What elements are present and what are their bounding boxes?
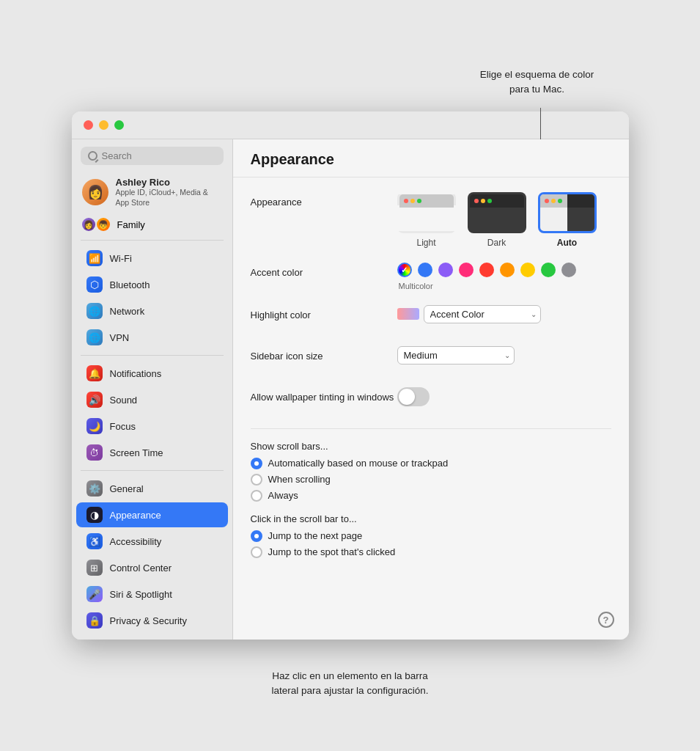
highlight-color-select[interactable]: Accent Color Blue Purple Pink Red Orange… <box>424 305 541 323</box>
sidebar-label-accessibility: Accessibility <box>110 536 162 547</box>
click-scroll-bar-radio-group: Jump to the next page Jump to the spot t… <box>251 530 611 558</box>
sidebar-item-notifications[interactable]: 🔔 Notifications <box>76 361 228 386</box>
search-input[interactable] <box>102 150 216 161</box>
scroll-bars-scrolling-label: When scrolling <box>268 474 331 485</box>
sidebar-item-screentime[interactable]: ⏱ Screen Time <box>76 440 228 465</box>
user-info: Ashley Rico Apple ID, iCloud+, Media & A… <box>116 177 222 208</box>
click-scroll-next-item[interactable]: Jump to the next page <box>251 530 611 542</box>
family-label: Family <box>117 219 145 230</box>
accent-dot-purple[interactable] <box>438 263 453 277</box>
click-scroll-bar-section: Click in the scroll bar to... Jump to th… <box>251 513 611 558</box>
tooltip-top: Elige el esquema de color para tu Mac. <box>453 67 622 98</box>
sidebar-item-sound[interactable]: 🔊 Sound <box>76 387 228 412</box>
wallpaper-tinting-control <box>397 387 611 406</box>
scroll-bars-scrolling-radio[interactable] <box>251 474 262 486</box>
accent-dot-multicolor[interactable] <box>397 263 412 277</box>
sidebar-item-bluetooth[interactable]: ⬡ Bluetooth <box>76 272 228 297</box>
click-scroll-bar-heading: Click in the scroll bar to... <box>251 513 611 524</box>
search-icon <box>88 151 97 161</box>
sidebar-item-focus[interactable]: 🌙 Focus <box>76 414 228 439</box>
tooltip-bottom: Haz clic en un elemento en la barra late… <box>196 669 504 699</box>
user-profile[interactable]: 👩 Ashley Rico Apple ID, iCloud+, Media &… <box>72 171 232 213</box>
highlight-color-control: Accent Color Blue Purple Pink Red Orange… <box>397 305 611 323</box>
accent-dot-orange[interactable] <box>500 263 515 277</box>
accent-dot-green[interactable] <box>541 263 556 277</box>
bluetooth-icon: ⬡ <box>86 276 103 293</box>
accessibility-icon: ♿ <box>86 533 103 549</box>
appearance-thumb-light <box>397 192 456 233</box>
accent-dot-pink[interactable] <box>459 263 474 277</box>
accent-dot-graphite[interactable] <box>561 263 576 277</box>
click-scroll-spot-radio[interactable] <box>251 546 262 558</box>
sidebar-label-general: General <box>110 483 144 494</box>
scroll-bars-auto-item[interactable]: Automatically based on mouse or trackpad <box>251 458 611 469</box>
accent-dot-yellow[interactable] <box>520 263 535 277</box>
scroll-bars-always-label: Always <box>268 490 298 501</box>
thumb-dark-bar <box>470 194 524 208</box>
sidebar-item-family[interactable]: 👩 👦 Family <box>72 213 232 235</box>
help-button[interactable]: ? <box>598 612 614 628</box>
sidebar-label-sound: Sound <box>110 395 138 406</box>
window-content: 👩 Ashley Rico Apple ID, iCloud+, Media &… <box>72 139 629 640</box>
close-button[interactable] <box>84 120 93 130</box>
minimize-button[interactable] <box>99 120 108 130</box>
scroll-bars-always-radio[interactable] <box>251 490 262 502</box>
appearance-thumb-dark <box>468 192 526 233</box>
section-divider-1 <box>251 428 611 429</box>
show-scroll-bars-radio-group: Automatically based on mouse or trackpad… <box>251 458 611 502</box>
scroll-bars-always-item[interactable]: Always <box>251 490 611 502</box>
click-scroll-next-label: Jump to the next page <box>268 530 363 541</box>
sidebar-item-network[interactable]: 🌐 Network <box>76 298 228 323</box>
sidebar-icon-size-select[interactable]: Small Medium Large <box>397 346 515 364</box>
sidebar-icon-size-control: Small Medium Large ⌄ <box>397 346 611 364</box>
sidebar-item-siri[interactable]: 🎤 Siri & Spotlight <box>76 582 228 607</box>
sidebar-label-vpn: VPN <box>110 332 130 343</box>
scroll-bars-auto-radio[interactable] <box>251 458 262 469</box>
appearance-option-dark[interactable]: Dark <box>468 192 526 248</box>
panel-content: Appearance <box>233 177 629 640</box>
titlebar <box>72 111 629 139</box>
thumb-auto-dot-green <box>558 199 562 203</box>
sidebar-item-vpn[interactable]: 🌐 VPN <box>76 325 228 350</box>
siri-icon: 🎤 <box>86 586 103 602</box>
accent-dot-red[interactable] <box>479 263 494 277</box>
sidebar-label-controlcenter: Control Center <box>110 563 172 574</box>
main-panel-inner: Appearance Appearance <box>233 139 629 640</box>
controlcenter-icon: ⊞ <box>86 560 103 576</box>
sidebar-item-privacy[interactable]: 🔒 Privacy & Security <box>76 608 228 633</box>
sidebar-item-appearance[interactable]: ◑ Appearance <box>76 502 228 527</box>
sound-icon: 🔊 <box>86 392 103 408</box>
sidebar: 👩 Ashley Rico Apple ID, iCloud+, Media &… <box>72 139 233 640</box>
sidebar-label-privacy: Privacy & Security <box>110 615 187 626</box>
click-scroll-next-radio[interactable] <box>251 530 262 542</box>
sidebar-divider-2 <box>81 355 224 356</box>
sidebar-label-bluetooth: Bluetooth <box>110 279 150 290</box>
sidebar-item-accessibility[interactable]: ♿ Accessibility <box>76 529 228 554</box>
wallpaper-tinting-row: Allow wallpaper tinting in windows <box>251 387 611 414</box>
scroll-bars-scrolling-item[interactable]: When scrolling <box>251 474 611 486</box>
notifications-icon: 🔔 <box>86 365 103 381</box>
click-scroll-spot-item[interactable]: Jump to the spot that's clicked <box>251 546 611 558</box>
sidebar-item-controlcenter[interactable]: ⊞ Control Center <box>76 555 228 580</box>
accent-dot-blue[interactable] <box>418 263 432 277</box>
sidebar-label-siri: Siri & Spotlight <box>110 589 172 600</box>
wallpaper-tinting-toggle[interactable] <box>397 387 430 406</box>
maximize-button[interactable] <box>114 120 124 130</box>
highlight-color-dropdown-wrapper: Accent Color Blue Purple Pink Red Orange… <box>397 305 541 323</box>
highlight-color-label: Highlight color <box>251 305 397 320</box>
appearance-icon: ◑ <box>86 507 103 523</box>
sidebar-item-wifi[interactable]: 📶 Wi-Fi <box>76 246 228 271</box>
sidebar-item-general[interactable]: ⚙️ General <box>76 476 228 501</box>
appearance-option-light[interactable]: Light <box>397 192 456 248</box>
search-box[interactable] <box>81 147 224 165</box>
sidebar-icon-size-dropdown-wrapper: Small Medium Large ⌄ <box>397 346 515 364</box>
sidebar-divider-3 <box>81 470 224 471</box>
main-panel: Appearance Appearance <box>233 139 629 640</box>
sidebar-label-wifi: Wi-Fi <box>110 253 132 264</box>
user-subtitle: Apple ID, iCloud+, Media & App Store <box>116 188 222 208</box>
click-scroll-spot-label: Jump to the spot that's clicked <box>268 546 396 557</box>
appearance-option-auto[interactable]: Auto <box>538 192 597 248</box>
thumb-dot-green <box>417 199 421 203</box>
sidebar-label-notifications: Notifications <box>110 368 162 379</box>
user-name: Ashley Rico <box>116 177 222 188</box>
